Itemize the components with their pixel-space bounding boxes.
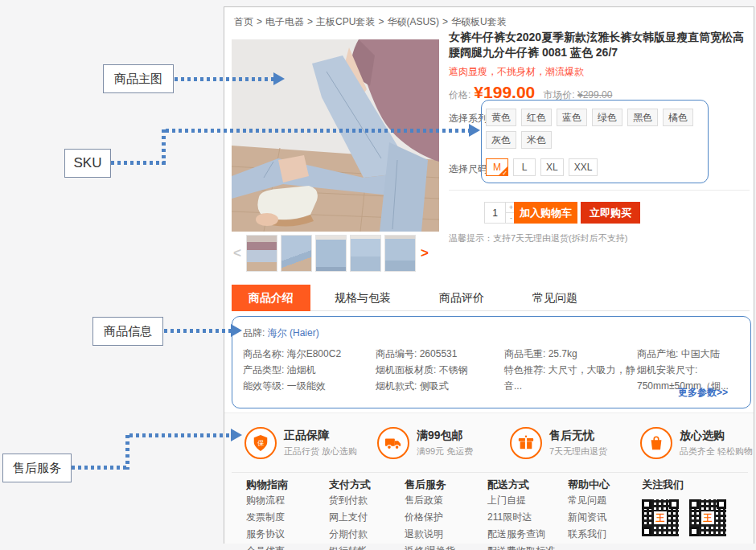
footer-link[interactable]: 联系我们 xyxy=(568,526,610,543)
bottom-section: 保 正品保障 正品行货 放心选购 满99包邮 满99元 免运费 xyxy=(224,412,754,544)
breadcrumb-item[interactable]: 首页 xyxy=(234,16,253,27)
footer-link[interactable]: 退款说明 xyxy=(405,526,455,543)
footer-link[interactable]: 配送服务查询 xyxy=(487,526,555,543)
selling-point: 遮肉显瘦，不挑身材，潮流爆款 xyxy=(449,65,584,79)
footer-link[interactable]: 配送费收取标准 xyxy=(487,543,555,550)
footer-link[interactable]: 货到付款 xyxy=(329,492,371,509)
buy-now-button[interactable]: 立即购买 xyxy=(581,202,640,224)
annotation-service-text: 售后服务 xyxy=(13,461,61,476)
breadcrumb-item[interactable]: 华硕板U套装 xyxy=(451,16,507,27)
annotation-service-arrow-line xyxy=(125,435,129,470)
truck-icon xyxy=(377,427,409,459)
annotation-info-label: 商品信息 xyxy=(92,317,163,346)
footer-link[interactable]: 网上支付 xyxy=(329,509,371,526)
spec-grid: 商品名称: 海尔E800C2 产品类型: 油烟机 能效等级: 一级能效 商品编号… xyxy=(243,346,742,394)
qr-finder xyxy=(642,527,651,536)
qr-finder xyxy=(669,499,679,509)
footer-link[interactable]: 新闻资讯 xyxy=(568,509,610,526)
footer-column-payment: 支付方式 货到付款 网上支付 分期付款 银行转帐 xyxy=(329,478,371,550)
annotation-sku-arrow-line xyxy=(111,161,166,165)
footer-link[interactable]: 发票制度 xyxy=(246,509,288,526)
breadcrumb-item[interactable]: 电子电器 xyxy=(265,16,304,27)
qr-finder xyxy=(689,527,699,536)
brand-link[interactable]: 海尔 (Haier) xyxy=(268,327,319,339)
service-desc: 7天无理由退货 xyxy=(549,445,607,458)
service-title: 满99包邮 xyxy=(417,429,473,443)
footer-column-delivery: 配送方式 上门自提 211限时达 配送服务查询 配送费收取标准 海外配送 xyxy=(487,478,555,550)
thumbnail[interactable] xyxy=(350,235,381,272)
breadcrumb-separator: > xyxy=(257,16,262,27)
tab-product-intro[interactable]: 商品介绍 xyxy=(232,285,310,311)
footer-link[interactable]: 银行转帐 xyxy=(329,543,371,550)
qr-logo: 王 xyxy=(701,511,714,524)
page: 商品主图 SKU 商品信息 售后服务 首页>电子电器>主板CPU套装>华硕(AS… xyxy=(0,0,756,550)
footer-link[interactable]: 上门自提 xyxy=(487,492,555,509)
footer-link[interactable]: 价格保护 xyxy=(405,509,455,526)
qr-finder xyxy=(717,499,726,509)
spec-row: 烟机款式: 侧吸式 xyxy=(376,378,504,394)
footer-link[interactable]: 211限时达 xyxy=(487,509,555,526)
spec-column: 商品编号: 2605531 烟机面板材质: 不锈钢 烟机款式: 侧吸式 xyxy=(376,346,504,394)
footer-link[interactable]: 常见问题 xyxy=(568,492,610,509)
service-title: 放心选购 xyxy=(680,429,753,443)
footer-column-title: 关注我们 xyxy=(642,478,737,492)
qr-row: 王 王 xyxy=(642,499,737,536)
price-label: 价格: xyxy=(449,88,470,102)
product-photo-illustration xyxy=(232,39,439,232)
footer-column-title: 支付方式 xyxy=(329,478,371,492)
footer-column-title: 售后服务 xyxy=(405,478,455,492)
breadcrumb: 首页>电子电器>主板CPU套装>华硕(ASUS)>华硕板U套装 xyxy=(232,15,508,29)
thumbnail[interactable] xyxy=(315,235,347,272)
annotation-info-arrow-line xyxy=(164,329,232,333)
annotation-service-label: 售后服务 xyxy=(2,454,72,482)
service-title: 正品保障 xyxy=(284,429,357,443)
footer-link[interactable]: 售后政策 xyxy=(405,492,455,509)
breadcrumb-separator: > xyxy=(378,16,384,27)
footer-link[interactable]: 会员优惠 xyxy=(246,543,288,550)
annotation-service-arrow-line xyxy=(72,466,129,470)
bag-icon xyxy=(640,427,672,459)
footer-column-aftersale: 售后服务 售后政策 价格保护 退款说明 返修/退换货 取消订单 xyxy=(405,478,455,550)
brand-row: 品牌: 海尔 (Haier) xyxy=(243,326,319,340)
service-desc: 品类齐全 轻松购物 xyxy=(680,445,753,458)
service-item-aftersale: 售后无忧 7天无理由退货 xyxy=(510,427,607,459)
annotation-service-arrowhead-icon xyxy=(231,429,242,441)
footer-link[interactable]: 购物流程 xyxy=(246,492,288,509)
breadcrumb-item[interactable]: 华硕(ASUS) xyxy=(387,16,439,27)
thumbnail[interactable] xyxy=(281,235,312,272)
annotation-info-arrowhead-icon xyxy=(231,324,242,337)
product-info-box: 品牌: 海尔 (Haier) 商品名称: 海尔E800C2 产品类型: 油烟机 … xyxy=(232,316,751,408)
spec-row: 能效等级: 一级能效 xyxy=(243,378,376,394)
brand-label: 品牌: xyxy=(243,327,265,339)
spec-row: 商品编号: 2605531 xyxy=(376,346,504,362)
breadcrumb-item[interactable]: 主板CPU套装 xyxy=(316,16,375,27)
footer-link[interactable]: 服务协议 xyxy=(246,526,288,543)
giftbox-icon xyxy=(510,427,542,459)
annotation-main-image-arrowhead-icon xyxy=(273,72,285,85)
spec-row: 商品毛重: 25.7kg xyxy=(504,346,637,362)
quantity-stepper: 1 + - xyxy=(484,202,517,224)
footer-column-title: 帮助中心 xyxy=(568,478,610,492)
qr-code: 王 xyxy=(642,499,679,536)
thumbnail[interactable] xyxy=(384,235,416,272)
tab-reviews[interactable]: 商品评价 xyxy=(415,285,508,311)
qr-finder xyxy=(689,499,699,509)
thumbnail[interactable] xyxy=(246,235,277,272)
service-item-authentic: 保 正品保障 正品行货 放心选购 xyxy=(244,427,357,459)
product-main-image[interactable] xyxy=(232,39,439,232)
qr-finder xyxy=(642,499,651,509)
product-page-panel: 首页>电子电器>主板CPU套装>华硕(ASUS)>华硕板U套装 xyxy=(224,6,754,544)
thumbnail-strip: < > xyxy=(232,234,439,273)
footer-link[interactable]: 返修/退换货 xyxy=(405,543,455,550)
tab-spec-package[interactable]: 规格与包装 xyxy=(310,285,415,311)
prev-icon[interactable]: < xyxy=(232,245,243,261)
quantity-input[interactable]: 1 xyxy=(484,202,506,224)
add-to-cart-button[interactable]: 加入购物车 xyxy=(514,202,577,224)
next-icon[interactable]: > xyxy=(419,245,430,261)
footer-link[interactable]: 分期付款 xyxy=(329,526,371,543)
qr-code: 王 xyxy=(689,499,726,536)
tab-faq[interactable]: 常见问题 xyxy=(508,285,602,311)
product-title: 女裤牛仔裤女2020夏季新款泫雅长裤女韩版显瘦直筒宽松高腰阔腿九分牛仔裤 008… xyxy=(449,30,754,60)
service-item-shipping: 满99包邮 满99元 免运费 xyxy=(377,427,473,459)
more-params-link[interactable]: 更多参数>> xyxy=(678,386,728,400)
